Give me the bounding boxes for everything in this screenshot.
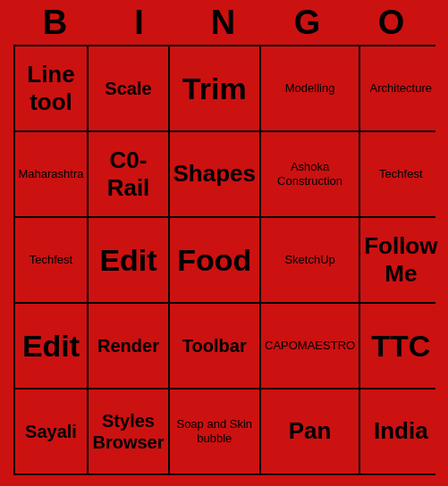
bingo-cell-6: C0-Rail <box>89 132 167 216</box>
bingo-grid: Line toolScaleTrimModellingArchitectureM… <box>13 45 435 475</box>
bingo-cell-19: TTC <box>360 304 441 388</box>
bingo-cell-24: India <box>360 390 441 473</box>
bingo-cell-20: Sayali <box>15 390 88 473</box>
bingo-cell-10: Techfest <box>15 218 88 302</box>
bingo-cell-4: Architecture <box>360 46 441 130</box>
bingo-cell-0: Line tool <box>15 46 88 130</box>
title-b: B <box>18 4 95 42</box>
bingo-cell-16: Render <box>89 304 167 388</box>
bingo-cell-3: Modelling <box>261 46 359 130</box>
bingo-cell-17: Toolbar <box>170 304 260 388</box>
bingo-cell-13: SketchUp <box>261 218 359 302</box>
title-i: I <box>102 4 179 42</box>
bingo-cell-9: Techfest <box>360 132 441 216</box>
bingo-cell-23: Pan <box>261 390 359 473</box>
bingo-cell-18: CAPOMAESTRO <box>261 304 359 388</box>
title-g: G <box>270 4 347 42</box>
title-o: O <box>354 4 431 42</box>
bingo-cell-12: Food <box>170 218 260 302</box>
title-n: N <box>186 4 263 42</box>
bingo-cell-1: Scale <box>89 46 167 130</box>
bingo-cell-11: Edit <box>89 218 167 302</box>
bingo-cell-7: Shapes <box>170 132 260 216</box>
bingo-cell-5: Maharashtra <box>15 132 88 216</box>
bingo-cell-21: Styles Browser <box>89 390 167 473</box>
bingo-title: B I N G O <box>14 0 435 45</box>
bingo-cell-8: Ashoka Construction <box>261 132 359 216</box>
bingo-cell-15: Edit <box>15 304 88 388</box>
bingo-cell-14: Follow Me <box>360 218 441 302</box>
bingo-cell-2: Trim <box>170 46 260 130</box>
bingo-cell-22: Soap and Skin bubble <box>170 390 260 473</box>
